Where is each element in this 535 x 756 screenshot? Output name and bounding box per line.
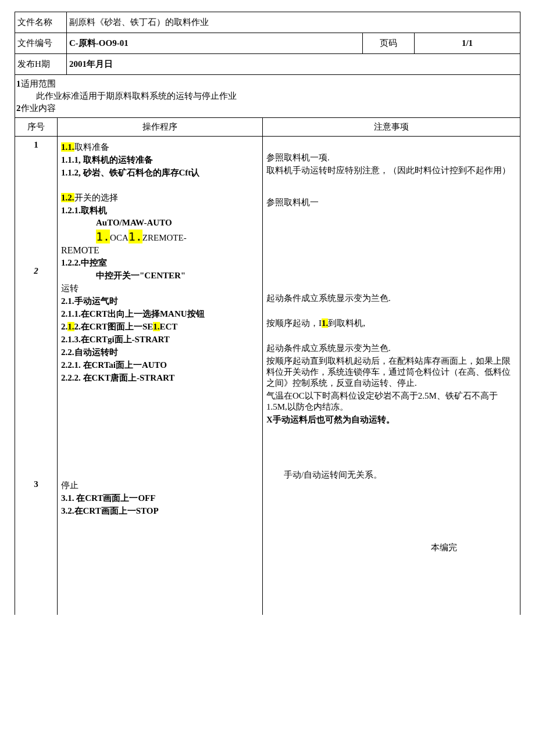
doc-name-value: 副原料《砂岩、铁丁石）的取料作业: [67, 12, 520, 33]
procedure-table: 序号 操作程序 注意事项 1 2 3 1.1.取料准备 1.1.1, 取料机的运…: [15, 117, 520, 615]
doc-date-label: 发布H期: [15, 54, 67, 75]
row2-seq: 2: [19, 266, 54, 276]
row3-seq: 3: [19, 479, 54, 489]
doc-code-label: 文件编号: [15, 33, 67, 54]
procedure-table-wrap: 序号 操作程序 注意事项 1 2 3 1.1.取料准备 1.1.1, 取料机的运…: [15, 117, 520, 615]
doc-code-value: C-原料-OO9-01: [67, 33, 363, 54]
scope-section: 1适用范围 此作业标准适用于期原料取料系统的运转与停止作业 2作业内容: [15, 75, 520, 117]
col-proc-header: 操作程序: [58, 118, 263, 137]
end-marker: 本编完: [266, 542, 516, 553]
content-num: 2: [16, 103, 21, 113]
scope-title: 适用范围: [21, 79, 56, 88]
doc-page-value: 1/1: [415, 33, 520, 54]
scope-body: 此作业标准适用于期原料取料系统的运转与停止作业: [36, 91, 520, 102]
row-proc-cell: 1.1.取料准备 1.1.1, 取料机的运转准备 1.1.2, 砂岩、铁矿石料仓…: [58, 137, 263, 615]
scope-num: 1: [16, 79, 21, 88]
table-row: 1 2 3 1.1.取料准备 1.1.1, 取料机的运转准备 1.1.2, 砂岩…: [15, 137, 520, 615]
row1-seq: 1 2 3: [15, 137, 58, 615]
content-title: 作业内容: [21, 103, 56, 113]
doc-name-label: 文件名称: [15, 12, 67, 33]
row-note-cell: 参照取料机一项. 取料机手动运转时应特别注意，（因此时料位计控到不起作用） 参照…: [263, 137, 520, 615]
doc-date-value: 2001年月日: [67, 54, 520, 75]
col-note-header: 注意事项: [263, 118, 520, 137]
doc-page-label: 页码: [363, 33, 415, 54]
doc-header-table: 文件名称 副原料《砂岩、铁丁石）的取料作业 文件编号 C-原料-OO9-01 页…: [15, 12, 520, 75]
col-seq-header: 序号: [15, 118, 58, 137]
